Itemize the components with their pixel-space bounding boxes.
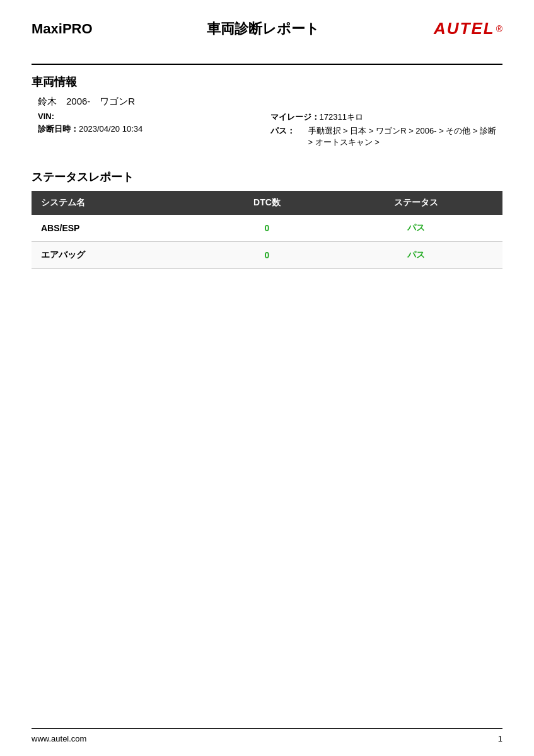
vehicle-info-title: 車両情報 [32, 74, 502, 89]
path-label: パス： [270, 125, 308, 137]
page-footer: www.autel.com 1 [32, 728, 502, 743]
autel-logo: AUTEL® [434, 19, 502, 38]
table-row: エアバッグ0パス [32, 242, 502, 269]
logo-reg: ® [496, 24, 502, 34]
path-row: パス： 手動選択 > 日本 > ワゴンR > 2006- > その他 > 診断 … [270, 125, 503, 148]
status-cell: パス [330, 242, 502, 269]
vehicle-info-left: VIN: 診断日時： 2023/04/20 10:34 [38, 112, 270, 151]
system-name-cell: エアバッグ [32, 242, 204, 269]
diagnosis-date-label: 診断日時： [38, 123, 79, 135]
mileage-value: 172311キロ [320, 112, 363, 123]
status-cell: パス [330, 215, 502, 242]
diagnosis-date-row: 診断日時： 2023/04/20 10:34 [38, 123, 270, 135]
col-status: ステータス [330, 191, 502, 215]
header-divider [32, 64, 502, 65]
logo-text: AUTEL [434, 19, 495, 38]
app-name: MaxiPRO [32, 21, 93, 37]
status-table: システム名 DTC数 ステータス ABS/ESP0パスエアバッグ0パス [32, 191, 502, 269]
table-row: ABS/ESP0パス [32, 215, 502, 242]
vin-label: VIN: [38, 112, 76, 121]
footer-page-number: 1 [498, 734, 502, 743]
vehicle-main-info: 鈴木 2006- ワゴンR [32, 96, 502, 108]
vehicle-info-grid: VIN: 診断日時： 2023/04/20 10:34 マイレージ： 17231… [32, 112, 502, 151]
vehicle-info-right: マイレージ： 172311キロ パス： 手動選択 > 日本 > ワゴンR > 2… [270, 112, 503, 151]
vehicle-info-section: 車両情報 鈴木 2006- ワゴンR VIN: 診断日時： 2023/04/20… [32, 74, 502, 151]
mileage-label: マイレージ： [270, 112, 320, 123]
vin-row: VIN: [38, 112, 270, 121]
status-report-section: ステータスレポート システム名 DTC数 ステータス ABS/ESP0パスエアバ… [32, 169, 502, 269]
page-header: MaxiPRO 車両診断レポート AUTEL® [32, 19, 502, 45]
system-name-cell: ABS/ESP [32, 215, 204, 242]
logo-area: AUTEL® [434, 19, 502, 38]
diagnosis-date-value: 2023/04/20 10:34 [79, 124, 142, 134]
mileage-row: マイレージ： 172311キロ [270, 112, 503, 123]
report-title: 車両診断レポート [207, 20, 320, 38]
footer-url: www.autel.com [32, 734, 86, 743]
table-header-row: システム名 DTC数 ステータス [32, 191, 502, 215]
status-report-title: ステータスレポート [32, 169, 502, 185]
dtc-count-cell: 0 [204, 242, 330, 269]
col-system-name: システム名 [32, 191, 204, 215]
dtc-count-cell: 0 [204, 215, 330, 242]
col-dtc-count: DTC数 [204, 191, 330, 215]
path-value: 手動選択 > 日本 > ワゴンR > 2006- > その他 > 診断 > オー… [308, 125, 503, 148]
